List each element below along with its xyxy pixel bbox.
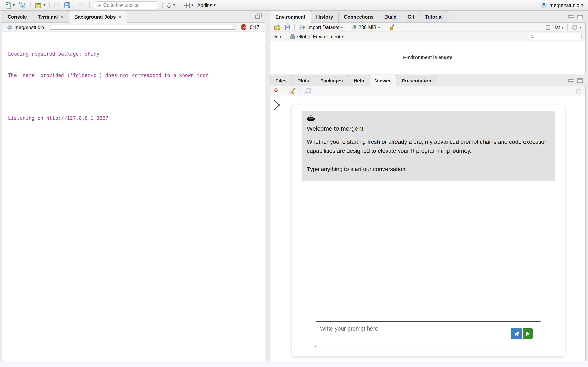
toolbar-separator bbox=[49, 2, 50, 8]
tab-help[interactable]: Help bbox=[348, 75, 370, 86]
save-all-button[interactable] bbox=[62, 2, 72, 9]
refresh-icon bbox=[572, 24, 578, 30]
maximize-panel-icon[interactable] bbox=[577, 78, 583, 83]
close-icon[interactable]: × bbox=[61, 14, 63, 20]
svg-text:R: R bbox=[22, 5, 24, 8]
save-workspace-button[interactable] bbox=[283, 24, 292, 31]
tab-viewer[interactable]: Viewer bbox=[370, 75, 396, 86]
open-folder-icon bbox=[274, 25, 281, 30]
toolbar-separator bbox=[30, 2, 31, 8]
restore-panes-icon[interactable] bbox=[255, 13, 262, 19]
console-line bbox=[8, 93, 263, 100]
back-arrow-icon[interactable] bbox=[6, 24, 12, 30]
toolbar-separator bbox=[294, 24, 295, 31]
tab-connections[interactable]: Connections bbox=[338, 11, 379, 22]
run-button[interactable] bbox=[523, 328, 533, 340]
toolbar-separator bbox=[179, 2, 179, 8]
print-button[interactable] bbox=[77, 2, 87, 8]
clear-all-viewer-button[interactable] bbox=[287, 87, 297, 95]
new-file-icon bbox=[5, 2, 11, 9]
import-dataset-icon bbox=[299, 24, 306, 30]
environment-search-box bbox=[528, 33, 582, 40]
tab-build[interactable]: Build bbox=[379, 11, 402, 22]
robot-icon bbox=[307, 115, 315, 122]
play-icon bbox=[525, 331, 530, 336]
tab-plots[interactable]: Plots bbox=[292, 75, 315, 86]
tab-terminal[interactable]: Terminal × bbox=[32, 11, 69, 22]
tab-environment[interactable]: Environment bbox=[270, 11, 311, 22]
collapse-chevron-icon[interactable] bbox=[273, 99, 281, 111]
status-strip bbox=[0, 361, 588, 367]
rstudio-window: ▾ R ▾ ▾ ▾ bbox=[0, 0, 588, 367]
clear-viewer-button[interactable] bbox=[273, 88, 282, 95]
tab-files[interactable]: Files bbox=[270, 75, 292, 86]
load-workspace-button[interactable] bbox=[273, 24, 282, 31]
toolbar-separator bbox=[285, 33, 285, 40]
broom-icon bbox=[289, 88, 296, 94]
tab-background-jobs[interactable]: Background Jobs × bbox=[69, 11, 127, 22]
assistant-message: Welcome to mergen! Whether you're starti… bbox=[302, 111, 555, 181]
project-name: mergenstudio bbox=[550, 2, 579, 8]
environment-toolbar: Import Dataset ▾ 280 MiB ▾ List ▾ bbox=[270, 23, 585, 32]
list-view-button[interactable]: List ▾ bbox=[544, 24, 565, 31]
viewer-panel: Files Plots Packages Help Viewer Present… bbox=[270, 75, 586, 361]
console-panel: Console Terminal × Background Jobs × mer… bbox=[2, 11, 265, 361]
memory-usage-button[interactable]: 280 MiB ▾ bbox=[350, 24, 381, 31]
save-button[interactable] bbox=[52, 2, 61, 8]
print-icon bbox=[79, 2, 85, 8]
import-dataset-label: Import Dataset bbox=[307, 25, 339, 30]
environment-scope-toolbar: R ▾ Global Environment ▾ bbox=[270, 32, 585, 42]
job-elapsed-time: 0:17 bbox=[250, 25, 259, 30]
environment-panel: Environment History Connections Build Gi… bbox=[270, 11, 586, 74]
minimize-panel-icon[interactable] bbox=[568, 16, 574, 18]
version-control-icon bbox=[167, 2, 172, 9]
tab-packages[interactable]: Packages bbox=[315, 75, 348, 86]
tab-tutorial[interactable]: Tutorial bbox=[420, 11, 448, 22]
project-selector[interactable]: R mergenstudio ▾ bbox=[539, 1, 584, 9]
stop-job-button[interactable]: STOP bbox=[241, 25, 246, 30]
new-file-button[interactable]: ▾ bbox=[4, 1, 17, 9]
memory-label: 280 MiB bbox=[359, 25, 376, 30]
clear-environment-button[interactable] bbox=[387, 24, 397, 31]
console-line: Loading required package: shiny bbox=[8, 50, 263, 58]
tab-console[interactable]: Console bbox=[2, 11, 33, 22]
toolbar-separator bbox=[285, 88, 285, 95]
tab-git[interactable]: Git bbox=[402, 11, 420, 22]
environment-content: Environment is empty bbox=[270, 42, 585, 74]
refresh-viewer-button[interactable] bbox=[573, 88, 583, 95]
save-icon bbox=[54, 2, 60, 8]
chat-welcome-title: Welcome to mergen! bbox=[307, 125, 550, 132]
new-project-button[interactable]: R bbox=[17, 1, 28, 9]
prompt-input[interactable] bbox=[315, 322, 541, 347]
close-icon[interactable]: × bbox=[119, 14, 121, 20]
tab-history[interactable]: History bbox=[311, 11, 339, 22]
toolbar-separator bbox=[75, 2, 75, 8]
version-control-button[interactable]: ▾ bbox=[165, 1, 177, 9]
tab-presentation[interactable]: Presentation bbox=[396, 75, 437, 86]
console-line: Listening on http://127.0.0.1:3227 bbox=[8, 115, 263, 122]
workspace-panes-button[interactable]: ▾ bbox=[182, 2, 195, 8]
import-dataset-button[interactable]: Import Dataset ▾ bbox=[297, 24, 345, 31]
paper-plane-icon bbox=[513, 331, 519, 337]
send-button[interactable] bbox=[511, 328, 522, 340]
scope-label: Global Environment bbox=[297, 34, 340, 40]
refresh-environment-button[interactable]: ▾ bbox=[570, 24, 583, 31]
addins-button[interactable]: Addins ▾ bbox=[196, 2, 217, 8]
open-new-window-icon bbox=[304, 88, 311, 94]
goto-file-input[interactable] bbox=[103, 2, 155, 8]
save-icon bbox=[285, 25, 290, 30]
language-selector[interactable]: R ▾ bbox=[273, 33, 283, 40]
minimize-panel-icon[interactable] bbox=[568, 79, 574, 82]
background-jobs-body: mergenstudio STOP 0:17 Loading required … bbox=[2, 23, 265, 361]
environment-search-input[interactable] bbox=[536, 34, 579, 40]
memory-pie-icon bbox=[351, 25, 357, 30]
global-environment-icon bbox=[290, 34, 296, 40]
list-lines-icon bbox=[545, 25, 551, 30]
console-line: The `name` provided ('folder-o') does no… bbox=[8, 72, 263, 79]
panes-grid-icon bbox=[183, 2, 190, 8]
open-file-button[interactable]: ▾ bbox=[33, 2, 47, 9]
environment-scope-selector[interactable]: Global Environment ▾ bbox=[288, 33, 345, 40]
open-in-new-window-button[interactable] bbox=[302, 88, 312, 95]
maximize-panel-icon[interactable] bbox=[577, 15, 583, 19]
viewer-body: Welcome to mergen! Whether you're starti… bbox=[270, 86, 586, 361]
